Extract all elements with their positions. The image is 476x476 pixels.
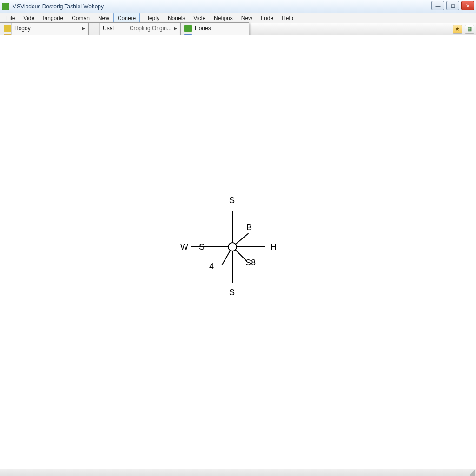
- compass-label-w: W: [180, 242, 188, 252]
- menubar-item-eleply[interactable]: Eleply: [140, 13, 164, 23]
- menubar-item-vide[interactable]: Vide: [19, 13, 39, 23]
- statusbar: [0, 469, 476, 476]
- menu3-item-0-icon: [184, 25, 192, 32]
- toolbar-button-1[interactable]: ★: [453, 25, 462, 34]
- compass-label-n: S: [229, 196, 235, 205]
- compass-diagram: S S H W S B S8 4: [181, 196, 284, 298]
- menu3-item-0-label: Hones: [195, 25, 211, 32]
- titlebar: MSVlodous Destorig Tashiel Wohopy — ◻ ✕: [0, 0, 476, 13]
- menubar-item-vicle[interactable]: Vicle: [189, 13, 210, 23]
- compass-label-se: S8: [245, 258, 256, 268]
- menubar-item-netipns[interactable]: Netipns: [210, 13, 237, 23]
- menu3-item-0[interactable]: Hones: [182, 24, 248, 33]
- menu2-item-0-label: Usal: [103, 25, 114, 32]
- chevron-right-icon: ▶: [174, 26, 177, 31]
- menu2-item-0-shortcut: Cropling Origin...: [119, 25, 172, 32]
- compass-label-ws: S: [199, 242, 205, 252]
- toolbar-button-2[interactable]: ▦: [465, 25, 474, 34]
- minimize-button[interactable]: —: [431, 1, 444, 10]
- canvas: S S H W S B S8 4: [0, 35, 476, 469]
- menubar-item-file[interactable]: File: [2, 13, 19, 23]
- compass-label-e: H: [271, 242, 277, 252]
- menubar-item-new[interactable]: New: [94, 13, 113, 23]
- menu1-item-0-label: Hogoy: [14, 25, 31, 32]
- compass-label-s: S: [229, 288, 235, 298]
- menubar-item-help[interactable]: Help: [278, 13, 298, 23]
- maximize-button[interactable]: ◻: [446, 1, 459, 10]
- menu2-item-0[interactable]: UsalCropling Origin...▶: [90, 24, 180, 33]
- menubar-item-iangorte[interactable]: Iangorte: [39, 13, 67, 23]
- chevron-right-icon: ▶: [82, 26, 85, 31]
- window-controls: — ◻ ✕: [431, 1, 474, 10]
- menu1-item-0-icon: [4, 25, 11, 32]
- menubar-item-conere[interactable]: Conere: [113, 13, 140, 23]
- app-icon: [2, 3, 9, 10]
- menubar-item-fride[interactable]: Fride: [257, 13, 278, 23]
- menubar-item-coman[interactable]: Coman: [67, 13, 94, 23]
- compass-label-ne: B: [246, 223, 252, 232]
- compass-label-sw: 4: [209, 262, 214, 271]
- menubar-item-new[interactable]: New: [237, 13, 257, 23]
- close-button[interactable]: ✕: [461, 1, 474, 10]
- resize-grip-icon[interactable]: [469, 470, 475, 476]
- menu1-item-0[interactable]: Hogoy▶: [1, 24, 88, 33]
- menubar: FileVideIangorteComanNewConereEleplyNori…: [0, 13, 476, 23]
- window-title: MSVlodous Destorig Tashiel Wohopy: [12, 3, 104, 10]
- menubar-item-noriels[interactable]: Noriels: [164, 13, 189, 23]
